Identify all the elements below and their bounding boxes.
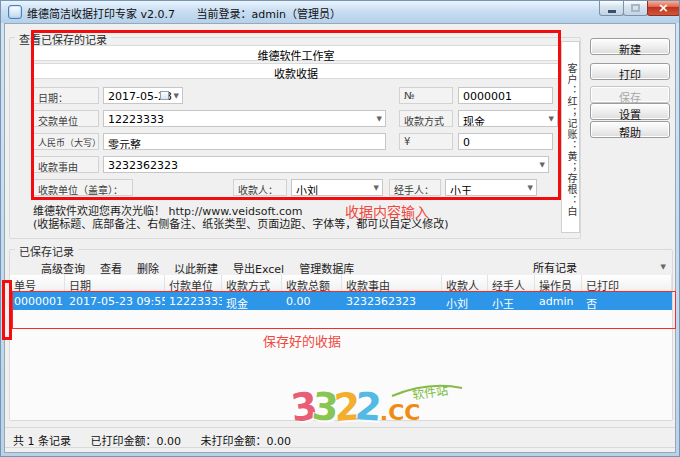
column-header-reason[interactable]: 收款事由 [342, 275, 442, 291]
maximize-icon [631, 4, 640, 12]
annotation-box-row [12, 291, 676, 329]
annotation-left-bar [2, 280, 12, 340]
site-watermark-logo: 3322.CC 软件站 [291, 385, 456, 439]
annotation-box-form [31, 30, 561, 200]
manage-database-button[interactable]: 管理数据库 [299, 260, 354, 276]
chevron-down-icon: ▼ [661, 263, 666, 271]
close-button[interactable]: × [647, 1, 680, 16]
view-button[interactable]: 查看 [100, 260, 122, 276]
new-button[interactable]: 新建 [590, 38, 670, 55]
record-count: 共 1 条记录 [13, 435, 71, 448]
logo-digit: 2 [354, 384, 383, 430]
filter-value: 所有记录 [533, 262, 577, 275]
copy-color-legend: 客户：红；记账：黄；存根：白 [561, 41, 580, 233]
column-header-payer[interactable]: 付款单位 [165, 275, 222, 291]
title-bar: 维德简洁收据打印专家 v2.0.7 当前登录：admin（管理员） × [1, 1, 679, 23]
record-filter-dropdown[interactable]: 所有记录 ▼ [525, 258, 669, 274]
maximize-button[interactable] [623, 1, 648, 16]
login-status: 当前登录：admin（管理员） [197, 8, 341, 21]
close-icon: × [658, 2, 669, 14]
minimize-icon [608, 10, 616, 13]
logo-badge: 软件站 [411, 381, 449, 403]
advanced-query-button[interactable]: 高级查询 [41, 260, 85, 276]
unprinted-amount: 未打印金额：0.00 [201, 435, 292, 448]
app-icon [8, 5, 22, 19]
printed-amount: 已打印金额：0.00 [91, 435, 182, 448]
column-header-receipt-no[interactable]: 单号 [10, 275, 65, 291]
column-header-method[interactable]: 收款方式 [222, 275, 282, 291]
column-header-payee[interactable]: 收款人 [442, 275, 488, 291]
column-header-date[interactable]: 日期 [65, 275, 165, 291]
annotation-row-note: 保存好的收据 [263, 331, 341, 350]
records-toolbar: 高级查询 查看 删除 以此新建 导出Excel 管理数据库 [41, 260, 354, 276]
annotation-form-note: 收据内容输入 [345, 201, 429, 221]
save-button[interactable]: 保存 [590, 86, 670, 103]
column-header-total[interactable]: 收款总额 [282, 275, 342, 291]
export-excel-button[interactable]: 导出Excel [233, 260, 284, 276]
app-window: 维德简洁收据打印专家 v2.0.7 当前登录：admin（管理员） × 查看已保… [0, 0, 680, 457]
logo-suffix: .CC [380, 400, 421, 425]
help-button[interactable]: 帮助 [590, 121, 670, 138]
window-title: 维德简洁收据打印专家 v2.0.7 当前登录：admin（管理员） [27, 5, 341, 21]
saved-records-group-label: 已保存记录 [15, 243, 78, 259]
delete-button[interactable]: 删除 [137, 260, 159, 276]
column-header-printed[interactable]: 已打印 [582, 275, 672, 291]
column-header-operator[interactable]: 操作员 [535, 275, 582, 291]
table-header-row: 单号 日期 付款单位 收款方式 收款总额 收款事由 收款人 经手人 操作员 已打… [10, 275, 672, 292]
column-header-handler[interactable]: 经手人 [488, 275, 535, 291]
minimize-button[interactable] [599, 1, 624, 16]
print-button[interactable]: 打印 [590, 63, 670, 80]
new-from-this-button[interactable]: 以此新建 [174, 260, 218, 276]
app-title: 维德简洁收据打印专家 v2.0.7 [27, 8, 175, 21]
settings-button[interactable]: 设置 [590, 103, 670, 120]
